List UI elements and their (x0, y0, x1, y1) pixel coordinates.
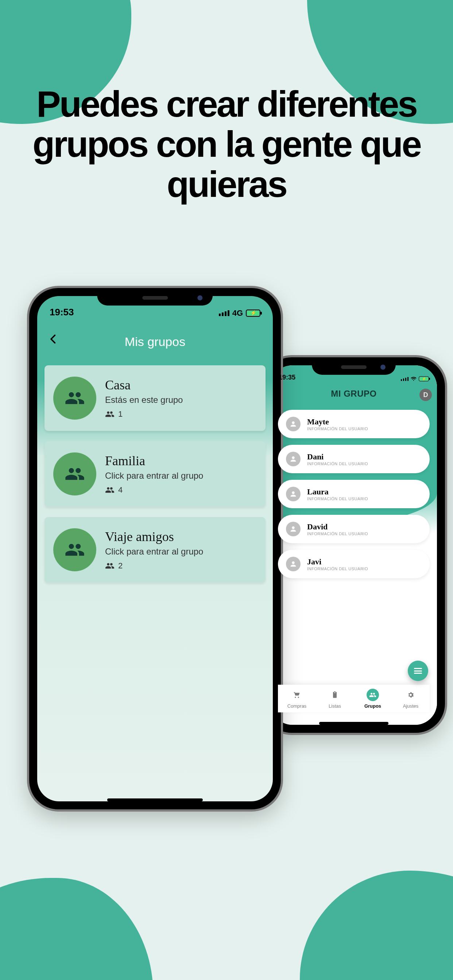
home-indicator (107, 799, 203, 801)
count-number: 1 (118, 409, 123, 419)
signal-icon (219, 310, 230, 316)
group-member-count: 1 (105, 409, 183, 419)
phone-frame-secondary: 19:35 ⚡ MI GRUPO D Mayte INFORMACIÓN DEL… (263, 357, 445, 733)
profile-avatar-button[interactable]: D (420, 389, 432, 401)
tab-grupos[interactable]: Grupos (354, 685, 392, 713)
group-name: Familia (105, 453, 203, 468)
member-subtitle: INFORMACIÓN DEL USUARIO (307, 461, 368, 466)
status-time: 19:35 (279, 374, 295, 381)
group-detail-header: MI GRUPO D (271, 389, 437, 406)
member-list: Mayte INFORMACIÓN DEL USUARIO Dani INFOR… (278, 410, 430, 578)
groups-header: Mis grupos (37, 329, 273, 355)
member-name: Javi (307, 557, 368, 566)
people-icon (53, 528, 96, 571)
member-row[interactable]: Javi INFORMACIÓN DEL USUARIO (278, 550, 430, 578)
count-number: 2 (118, 561, 123, 571)
group-subtitle: Estás en este grupo (105, 395, 183, 405)
signal-icon (401, 377, 408, 381)
person-icon (286, 522, 301, 536)
status-right: ⚡ (401, 376, 429, 381)
count-number: 4 (118, 485, 123, 495)
tab-label: Grupos (364, 703, 381, 709)
tab-label: Ajustes (403, 703, 419, 709)
person-icon (286, 487, 301, 501)
person-icon (286, 452, 301, 466)
people-small-icon (105, 561, 115, 571)
group-list: Casa Estás en este grupo 1 Familia (45, 365, 266, 582)
tab-ajustes[interactable]: Ajustes (392, 685, 430, 713)
cart-icon (291, 689, 303, 701)
group-card[interactable]: Familia Click para entrar al grupo 4 (45, 441, 266, 507)
people-small-icon (105, 409, 115, 419)
people-icon (53, 377, 96, 420)
page-title: Mis grupos (125, 335, 185, 349)
member-name: David (307, 522, 368, 531)
member-row[interactable]: Laura INFORMACIÓN DEL USUARIO (278, 480, 430, 508)
group-card[interactable]: Casa Estás en este grupo 1 (45, 365, 266, 431)
tab-compras[interactable]: Compras (278, 685, 316, 713)
menu-icon (414, 668, 422, 674)
member-name: Dani (307, 452, 368, 461)
tab-label: Compras (287, 703, 307, 709)
promo-canvas: Puedes crear diferentes grupos con la ge… (0, 0, 453, 980)
chevron-left-icon (47, 332, 60, 345)
group-subtitle: Click para entrar al grupo (105, 547, 203, 557)
bottom-tab-bar: Compras Listas Grupos Ajustes (278, 685, 430, 713)
member-subtitle: INFORMACIÓN DEL USUARIO (307, 496, 368, 501)
status-time: 19:53 (49, 307, 74, 318)
menu-fab-button[interactable] (408, 660, 428, 681)
network-label: 4G (232, 309, 243, 318)
phone-screen-primary: 19:53 4G ⚡ Mis grupos (37, 296, 273, 801)
group-subtitle: Click para entrar al grupo (105, 471, 203, 481)
wifi-icon (411, 377, 416, 381)
back-button[interactable] (47, 332, 61, 347)
member-name: Laura (307, 487, 368, 496)
page-title: MI GRUPO (331, 389, 376, 398)
tab-label: Listas (329, 703, 341, 709)
phone-frame-primary: 19:53 4G ⚡ Mis grupos (29, 288, 281, 810)
phone-notch (97, 288, 213, 305)
decorative-blob (300, 870, 453, 980)
decorative-blob (0, 878, 153, 980)
phone-notch (312, 357, 396, 375)
battery-icon: ⚡ (419, 376, 429, 381)
phone-screen-secondary: 19:35 ⚡ MI GRUPO D Mayte INFORMACIÓN DEL… (271, 365, 437, 725)
group-name: Viaje amigos (105, 529, 203, 544)
member-subtitle: INFORMACIÓN DEL USUARIO (307, 426, 368, 431)
tab-listas[interactable]: Listas (316, 685, 354, 713)
group-card[interactable]: Viaje amigos Click para entrar al grupo … (45, 517, 266, 582)
person-icon (286, 417, 301, 431)
member-name: Mayte (307, 417, 368, 426)
people-icon (53, 452, 96, 495)
status-right: 4G ⚡ (219, 309, 260, 318)
people-small-icon (105, 485, 115, 495)
group-name: Casa (105, 377, 183, 393)
people-icon (367, 689, 379, 701)
person-icon (286, 557, 301, 571)
battery-icon: ⚡ (246, 310, 260, 317)
group-member-count: 4 (105, 485, 203, 495)
member-subtitle: INFORMACIÓN DEL USUARIO (307, 566, 368, 571)
gear-icon (405, 689, 417, 701)
group-member-count: 2 (105, 561, 203, 571)
clipboard-icon (329, 689, 341, 701)
marketing-headline: Puedes crear diferentes grupos con la ge… (0, 84, 453, 204)
member-row[interactable]: Dani INFORMACIÓN DEL USUARIO (278, 445, 430, 473)
member-row[interactable]: David INFORMACIÓN DEL USUARIO (278, 515, 430, 543)
member-subtitle: INFORMACIÓN DEL USUARIO (307, 531, 368, 536)
home-indicator (319, 722, 388, 725)
member-row[interactable]: Mayte INFORMACIÓN DEL USUARIO (278, 410, 430, 438)
